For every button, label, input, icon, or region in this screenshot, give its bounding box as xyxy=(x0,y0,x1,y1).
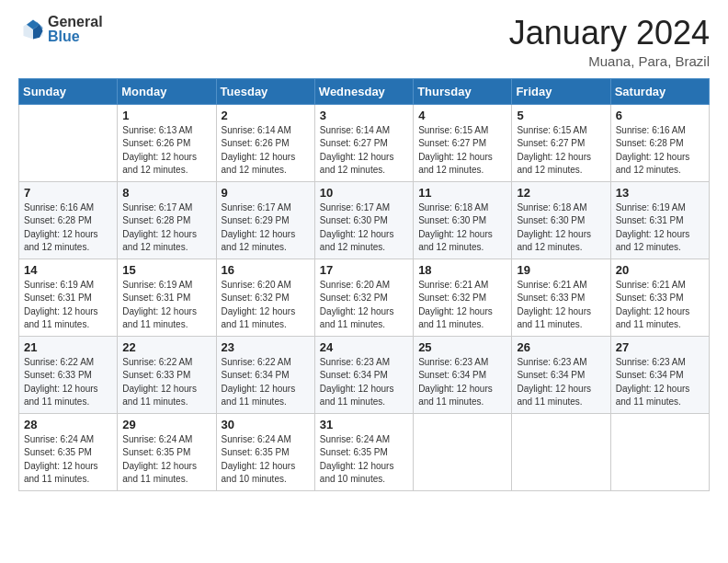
table-row: 31 Sunrise: 6:24 AM Sunset: 6:35 PM Dayl… xyxy=(314,413,413,490)
logo-general-text: General xyxy=(48,15,103,29)
sunset-text: Sunset: 6:27 PM xyxy=(418,138,486,148)
day-info: Sunrise: 6:24 AM Sunset: 6:35 PM Dayligh… xyxy=(222,433,310,487)
calendar-week-row: 14 Sunrise: 6:19 AM Sunset: 6:31 PM Dayl… xyxy=(19,259,710,336)
sunset-text: Sunset: 6:34 PM xyxy=(222,370,290,380)
daylight-text: Daylight: 12 hours and 10 minutes. xyxy=(222,461,296,485)
daylight-text: Daylight: 12 hours and 10 minutes. xyxy=(320,461,394,485)
sunrise-text: Sunrise: 6:24 AM xyxy=(122,434,192,444)
table-row: 15 Sunrise: 6:19 AM Sunset: 6:31 PM Dayl… xyxy=(118,259,216,336)
sunrise-text: Sunrise: 6:18 AM xyxy=(418,202,488,213)
day-number: 21 xyxy=(24,340,112,354)
col-sunday: Sunday xyxy=(19,78,118,104)
sunset-text: Sunset: 6:34 PM xyxy=(616,370,684,380)
day-info: Sunrise: 6:19 AM Sunset: 6:31 PM Dayligh… xyxy=(24,279,112,332)
sunrise-text: Sunrise: 6:18 AM xyxy=(517,202,586,213)
table-row xyxy=(414,413,512,490)
col-tuesday: Tuesday xyxy=(216,78,314,104)
day-number: 5 xyxy=(517,109,605,122)
day-info: Sunrise: 6:18 AM Sunset: 6:30 PM Dayligh… xyxy=(517,201,605,255)
table-row: 3 Sunrise: 6:14 AM Sunset: 6:27 PM Dayli… xyxy=(314,104,413,181)
sunrise-text: Sunrise: 6:24 AM xyxy=(24,434,94,444)
daylight-text: Daylight: 12 hours and 11 minutes. xyxy=(122,306,197,330)
sunrise-text: Sunrise: 6:22 AM xyxy=(24,357,94,367)
table-row: 2 Sunrise: 6:14 AM Sunset: 6:26 PM Dayli… xyxy=(216,104,314,181)
sunset-text: Sunset: 6:31 PM xyxy=(122,293,190,303)
table-row: 20 Sunrise: 6:21 AM Sunset: 6:33 PM Dayl… xyxy=(610,259,709,336)
day-number: 10 xyxy=(320,186,408,200)
table-row: 1 Sunrise: 6:13 AM Sunset: 6:26 PM Dayli… xyxy=(118,104,216,181)
day-info: Sunrise: 6:17 AM Sunset: 6:29 PM Dayligh… xyxy=(222,201,310,255)
sunrise-text: Sunrise: 6:24 AM xyxy=(320,434,390,444)
sunset-text: Sunset: 6:32 PM xyxy=(320,293,388,303)
daylight-text: Daylight: 12 hours and 11 minutes. xyxy=(320,384,394,408)
table-row xyxy=(19,104,118,181)
table-row: 7 Sunrise: 6:16 AM Sunset: 6:28 PM Dayli… xyxy=(19,181,118,259)
daylight-text: Daylight: 12 hours and 12 minutes. xyxy=(616,152,690,176)
daylight-text: Daylight: 12 hours and 12 minutes. xyxy=(122,229,197,253)
sunrise-text: Sunrise: 6:23 AM xyxy=(418,357,488,367)
sunrise-text: Sunrise: 6:13 AM xyxy=(122,125,192,135)
sunset-text: Sunset: 6:26 PM xyxy=(122,138,190,148)
col-monday: Monday xyxy=(118,78,216,104)
daylight-text: Daylight: 12 hours and 11 minutes. xyxy=(122,384,197,408)
day-number: 16 xyxy=(222,263,310,277)
day-number: 7 xyxy=(24,186,112,200)
day-number: 19 xyxy=(517,263,605,277)
day-info: Sunrise: 6:22 AM Sunset: 6:34 PM Dayligh… xyxy=(222,356,310,409)
day-info: Sunrise: 6:24 AM Sunset: 6:35 PM Dayligh… xyxy=(24,433,112,487)
day-number: 8 xyxy=(122,186,210,200)
daylight-text: Daylight: 12 hours and 12 minutes. xyxy=(320,229,394,253)
sunrise-text: Sunrise: 6:21 AM xyxy=(517,280,586,290)
daylight-text: Daylight: 12 hours and 12 minutes. xyxy=(24,229,98,253)
daylight-text: Daylight: 12 hours and 12 minutes. xyxy=(616,229,690,253)
daylight-text: Daylight: 12 hours and 12 minutes. xyxy=(122,152,197,176)
day-number: 20 xyxy=(616,263,704,277)
table-row: 17 Sunrise: 6:20 AM Sunset: 6:32 PM Dayl… xyxy=(314,259,413,336)
day-info: Sunrise: 6:15 AM Sunset: 6:27 PM Dayligh… xyxy=(517,124,605,178)
daylight-text: Daylight: 12 hours and 11 minutes. xyxy=(517,384,591,408)
table-row: 16 Sunrise: 6:20 AM Sunset: 6:32 PM Dayl… xyxy=(216,259,314,336)
day-number: 28 xyxy=(24,418,112,431)
day-info: Sunrise: 6:17 AM Sunset: 6:28 PM Dayligh… xyxy=(122,201,210,255)
sunrise-text: Sunrise: 6:16 AM xyxy=(24,202,94,213)
day-number: 27 xyxy=(616,340,704,354)
table-row: 12 Sunrise: 6:18 AM Sunset: 6:30 PM Dayl… xyxy=(512,181,610,259)
table-row: 13 Sunrise: 6:19 AM Sunset: 6:31 PM Dayl… xyxy=(610,181,709,259)
daylight-text: Daylight: 12 hours and 12 minutes. xyxy=(517,152,591,176)
sunrise-text: Sunrise: 6:20 AM xyxy=(320,280,390,290)
daylight-text: Daylight: 12 hours and 11 minutes. xyxy=(122,461,197,485)
day-info: Sunrise: 6:14 AM Sunset: 6:26 PM Dayligh… xyxy=(222,124,310,178)
sunset-text: Sunset: 6:28 PM xyxy=(616,138,684,148)
sunset-text: Sunset: 6:28 PM xyxy=(24,215,92,225)
daylight-text: Daylight: 12 hours and 11 minutes. xyxy=(24,461,98,485)
day-number: 26 xyxy=(517,340,605,354)
col-friday: Friday xyxy=(512,78,610,104)
table-row: 30 Sunrise: 6:24 AM Sunset: 6:35 PM Dayl… xyxy=(216,413,314,490)
table-row: 9 Sunrise: 6:17 AM Sunset: 6:29 PM Dayli… xyxy=(216,181,314,259)
day-info: Sunrise: 6:17 AM Sunset: 6:30 PM Dayligh… xyxy=(320,201,408,255)
day-info: Sunrise: 6:24 AM Sunset: 6:35 PM Dayligh… xyxy=(122,433,210,487)
sunset-text: Sunset: 6:26 PM xyxy=(222,138,290,148)
sunset-text: Sunset: 6:35 PM xyxy=(222,447,290,457)
sunrise-text: Sunrise: 6:17 AM xyxy=(222,202,291,213)
day-number: 22 xyxy=(122,340,210,354)
sunset-text: Sunset: 6:27 PM xyxy=(320,138,388,148)
daylight-text: Daylight: 12 hours and 11 minutes. xyxy=(24,384,98,408)
sunset-text: Sunset: 6:35 PM xyxy=(24,447,92,457)
sunset-text: Sunset: 6:28 PM xyxy=(122,215,190,225)
calendar-week-row: 28 Sunrise: 6:24 AM Sunset: 6:35 PM Dayl… xyxy=(19,413,710,490)
day-number: 24 xyxy=(320,340,408,354)
day-number: 2 xyxy=(222,109,310,122)
day-number: 4 xyxy=(418,109,506,122)
calendar-week-row: 21 Sunrise: 6:22 AM Sunset: 6:33 PM Dayl… xyxy=(19,336,710,413)
sunrise-text: Sunrise: 6:22 AM xyxy=(222,357,291,367)
daylight-text: Daylight: 12 hours and 12 minutes. xyxy=(222,229,296,253)
sunrise-text: Sunrise: 6:20 AM xyxy=(222,280,291,290)
sunrise-text: Sunrise: 6:16 AM xyxy=(616,125,686,135)
sunset-text: Sunset: 6:33 PM xyxy=(517,293,585,303)
col-thursday: Thursday xyxy=(414,78,512,104)
day-number: 3 xyxy=(320,109,408,122)
day-number: 14 xyxy=(24,263,112,277)
sunset-text: Sunset: 6:30 PM xyxy=(517,215,585,225)
table-row: 26 Sunrise: 6:23 AM Sunset: 6:34 PM Dayl… xyxy=(512,336,610,413)
